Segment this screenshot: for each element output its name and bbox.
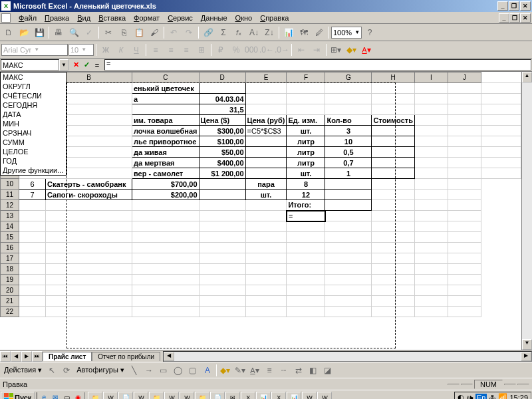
align-left-button[interactable]: ≡ — [148, 43, 163, 57]
cell[interactable] — [19, 253, 46, 264]
cell[interactable] — [19, 200, 46, 211]
function-option[interactable]: СУММ — [1, 138, 66, 147]
cell[interactable] — [199, 221, 245, 232]
cell[interactable] — [414, 190, 448, 200]
cell[interactable] — [199, 243, 245, 253]
cell[interactable] — [448, 253, 481, 264]
cell[interactable] — [132, 232, 200, 243]
cell[interactable] — [46, 243, 132, 253]
cell[interactable] — [481, 94, 521, 104]
cell[interactable] — [245, 158, 287, 168]
cell[interactable] — [481, 104, 521, 115]
cell[interactable] — [448, 307, 481, 317]
cell[interactable] — [132, 285, 200, 296]
cell[interactable] — [325, 83, 372, 94]
currency-button[interactable]: ₽ — [213, 43, 228, 57]
cell[interactable] — [245, 221, 287, 232]
copy-button[interactable]: ⎘ — [116, 25, 131, 40]
cell[interactable] — [372, 243, 415, 253]
font-combo[interactable]: Arial Cyr▼ — [1, 44, 68, 56]
cell[interactable] — [199, 211, 245, 221]
cell[interactable] — [199, 253, 245, 264]
doc-restore-button[interactable]: ❐ — [509, 13, 520, 23]
horizontal-scrollbar[interactable]: ◀ ▶ — [163, 351, 532, 362]
cell[interactable] — [414, 264, 448, 275]
cell[interactable] — [245, 285, 287, 296]
cell[interactable]: Цена ($) — [199, 115, 245, 126]
cell[interactable] — [287, 221, 325, 232]
help-button[interactable]: ? — [362, 25, 377, 40]
cell[interactable] — [414, 136, 448, 147]
taskbar-item[interactable]: W — [317, 392, 332, 400]
cell[interactable]: Кол-во — [325, 115, 372, 126]
drawing-button[interactable]: 🖉 — [312, 25, 327, 40]
cell[interactable] — [46, 264, 132, 275]
restore-button[interactable]: ❐ — [509, 1, 519, 11]
cell[interactable] — [245, 253, 287, 264]
cell[interactable] — [448, 115, 481, 126]
oval-button[interactable]: ◯ — [171, 363, 186, 378]
row-header[interactable]: 11 — [1, 190, 19, 200]
cell[interactable] — [46, 200, 132, 211]
cell[interactable] — [325, 104, 372, 115]
cell[interactable] — [287, 94, 325, 104]
taskbar-item[interactable]: 📊 — [287, 392, 301, 400]
cell[interactable]: 7 — [19, 190, 46, 200]
cell[interactable] — [199, 232, 245, 243]
cell[interactable] — [372, 83, 415, 94]
cell[interactable] — [245, 94, 287, 104]
function-option[interactable]: ОКРУГЛ — [1, 82, 66, 91]
menu-Данные[interactable]: Данные — [197, 13, 231, 23]
dec-indent-button[interactable]: ⇤ — [294, 43, 309, 57]
cell[interactable] — [245, 232, 287, 243]
taskbar-item[interactable]: X — [241, 392, 255, 400]
cell[interactable]: а — [132, 94, 200, 104]
map-button[interactable]: 🗺 — [297, 25, 311, 40]
cell[interactable] — [199, 285, 245, 296]
cell[interactable] — [245, 275, 287, 285]
cell[interactable] — [481, 158, 521, 168]
paste-button[interactable]: 📋 — [132, 25, 146, 40]
cell[interactable] — [19, 211, 46, 221]
doc-minimize-button[interactable]: _ — [499, 13, 509, 23]
menu-Справка[interactable]: Справка — [256, 13, 293, 23]
new-button[interactable]: 🗋 — [1, 25, 16, 40]
cell[interactable] — [199, 190, 245, 200]
function-wizard-button[interactable]: = — [92, 61, 102, 70]
cell[interactable] — [448, 200, 481, 211]
autosum-button[interactable]: Σ — [216, 25, 231, 40]
cell[interactable] — [448, 83, 481, 94]
cell[interactable] — [372, 104, 415, 115]
cell[interactable] — [448, 147, 481, 158]
hyperlink-button[interactable]: 🔗 — [201, 25, 215, 40]
row-header[interactable]: 16 — [1, 243, 19, 253]
cell[interactable] — [132, 296, 200, 307]
cell[interactable] — [46, 232, 132, 243]
cell[interactable] — [414, 83, 448, 94]
cell[interactable]: Скатерть - самобранк — [46, 179, 132, 190]
cell[interactable] — [414, 275, 448, 285]
cell[interactable] — [245, 264, 287, 275]
function-option[interactable]: МИН — [1, 119, 66, 128]
cell[interactable] — [46, 307, 132, 317]
cell-grid[interactable]: ABCDEFGHIJенький цветочека04.03.0431,5им… — [0, 72, 521, 350]
scroll-down-button[interactable]: ▼ — [522, 339, 532, 350]
cell[interactable]: Стоимость — [372, 115, 415, 126]
menu-Вставка[interactable]: Вставка — [94, 13, 130, 23]
cell[interactable] — [325, 275, 372, 285]
cell[interactable] — [245, 307, 287, 317]
cell[interactable] — [46, 296, 132, 307]
taskbar-item[interactable]: 📄 — [118, 392, 133, 400]
menu-Правка[interactable]: Правка — [41, 13, 73, 23]
taskbar-item[interactable]: W — [180, 392, 194, 400]
cell[interactable] — [132, 264, 200, 275]
cell[interactable] — [448, 94, 481, 104]
cell[interactable] — [448, 211, 481, 221]
row-header[interactable]: 12 — [1, 200, 19, 211]
cell[interactable] — [448, 158, 481, 168]
cell[interactable] — [287, 264, 325, 275]
cell[interactable] — [19, 285, 46, 296]
cell[interactable] — [414, 253, 448, 264]
scroll-right-button[interactable]: ▶ — [521, 352, 531, 361]
tray-icon[interactable]: 🖧 — [489, 394, 496, 400]
